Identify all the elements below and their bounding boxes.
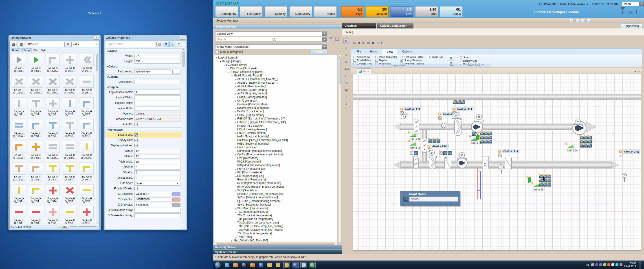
tree-item[interactable]: ▶Ccl [Cooling coil] — [214, 99, 337, 102]
color-value-input[interactable]: #FFFFFFFF — [134, 69, 171, 74]
layout-icon[interactable] — [581, 18, 585, 22]
library-item[interactable]: BA_Air_HQ_1\ST... — [10, 184, 28, 206]
damper-symbol[interactable] — [422, 138, 427, 153]
library-item[interactable]: BA_Air_HQ_1\ST... — [10, 97, 28, 119]
library-zoom-slider[interactable] — [70, 226, 96, 227]
library-item[interactable]: BA_Air_HQ_1\ST... — [61, 163, 78, 184]
pen-tool-icon[interactable]: ✎ — [344, 38, 349, 44]
value-input[interactable]: 0 — [134, 170, 180, 175]
tree-hscrollbar[interactable] — [214, 242, 338, 245]
library-item[interactable]: BA_Air_HQ_1\ST... — [28, 97, 44, 119]
tree-item[interactable]: ResetAlm [Reset alarm] — [214, 178, 337, 181]
value-input[interactable] — [134, 208, 180, 213]
tree-item[interactable]: HDmd [Heating demand] — [214, 128, 337, 131]
tree-item[interactable]: OpModMan [Manual operating mode] — [214, 149, 337, 153]
tree-item[interactable]: ▶SttUpMod [Startup mode] — [214, 207, 337, 210]
doc-template-icon[interactable]: ▥ — [362, 41, 365, 44]
library-item[interactable]: BA_Air_HQ_1\ST... — [78, 184, 95, 206]
ribbon-checkbox-value-simulator[interactable]: Value Simulator — [375, 56, 397, 58]
value-input[interactable]: 12 — [134, 154, 180, 159]
layout-icon[interactable] — [570, 18, 574, 22]
taskbar-desigo-app-icon[interactable] — [309, 262, 316, 268]
library-item[interactable]: BA_Air_HQ_1\ST... — [28, 184, 44, 206]
tree-item[interactable]: ▶DmpMx [Mixing air damper] — [214, 106, 337, 110]
library-item[interactable]: BA_Air_HQ_1\ST... — [61, 54, 78, 75]
alarm-button-emergency[interactable]: Emergency — [215, 6, 238, 17]
graphic-properties-titlebar[interactable]: Graphic Properties ✕ — [104, 35, 187, 40]
grid-tool-icon[interactable]: ▦ — [344, 87, 349, 93]
temperature-sensor[interactable]: T — [498, 164, 504, 170]
pin-icon[interactable] — [638, 19, 638, 23]
tree-item[interactable]: SpHu [Setpoint for humidity] — [214, 203, 337, 207]
tree-item[interactable]: ▼Desigo [Desigo] — [214, 59, 337, 63]
library-item[interactable]: BA_Air_HQ_1\ST... — [78, 75, 95, 97]
taskbar-journal-icon[interactable] — [300, 262, 307, 268]
tab-engineering[interactable]: Engineering — [621, 23, 643, 28]
alarm-button-life-safety[interactable]: Life Safety — [240, 6, 263, 17]
color-swatch[interactable] — [172, 192, 180, 196]
name-toggle-button[interactable]: N — [163, 42, 169, 47]
tree-expander-icon[interactable]: ▶ — [230, 239, 234, 242]
select-rect-icon[interactable]: ▭ — [344, 80, 349, 86]
properties-filter-input[interactable]: Type to Filter — [106, 42, 156, 47]
tree-item[interactable]: ▼Ahu01 [Ahu 01, Floor 1] — [214, 74, 337, 77]
tree-item[interactable]: ▶FanEx [Extract air fan] — [214, 110, 337, 113]
taskbar-chrome-icon[interactable] — [266, 262, 273, 268]
library-item[interactable]: BA_Air_HQ_1\STA... — [44, 54, 61, 75]
command-icon[interactable]: icon — [588, 144, 592, 148]
library-scrollbar[interactable]: ▲ — [96, 53, 99, 224]
checkbox[interactable]: ✓ — [134, 144, 138, 147]
library-item[interactable]: BA_Air_HQ_1\ST... — [10, 206, 28, 224]
tree-item[interactable]: ▼B01 [Main Tower] — [214, 63, 337, 67]
value-input[interactable] — [134, 106, 180, 111]
taskbar-explorer-icon[interactable] — [275, 262, 282, 268]
view-mode-button[interactable] — [19, 42, 24, 47]
alarm-button-trouble[interactable]: Trouble — [314, 6, 337, 17]
checkbox[interactable] — [375, 59, 378, 62]
library-item[interactable]: BA_Air_HQ_1\ST... — [28, 141, 44, 163]
tree-item[interactable]: ▶FilSuDP [Sply_air filter & flow mon_, D… — [214, 120, 337, 124]
color-value-input[interactable]: #40FF0000 — [134, 197, 171, 202]
grid-view-icon[interactable]: ▦ — [449, 56, 454, 60]
grid-style-select[interactable]: Lines▼ — [134, 181, 180, 186]
tree-item[interactable]: SpDhu [Setpoint dehumidification] — [214, 196, 337, 199]
library-item[interactable]: BA_Air_HQ_1\STA... — [10, 119, 28, 141]
view-select[interactable]: Logical View▼ — [215, 31, 327, 36]
ribbon-checkbox-display-grid[interactable]: ✓Display Grid — [460, 59, 489, 62]
damper-symbol[interactable] — [414, 119, 419, 134]
invalid-reference-unit-label[interactable]: ####.# Unit✎ — [452, 107, 474, 111]
color-swatch[interactable] — [172, 198, 180, 202]
alarm-button-security[interactable]: Security — [265, 6, 287, 17]
temperature-sensor[interactable]: T — [622, 173, 627, 178]
tray-icon-6[interactable] — [616, 264, 618, 266]
tray-icon-1[interactable] — [595, 264, 598, 266]
tree-item[interactable]: ▶PreHcl [Preheating coil] — [214, 167, 337, 171]
save-icon[interactable]: ▣ — [372, 41, 374, 44]
pressure-sensor[interactable]: ΔP — [572, 119, 583, 126]
checkbox[interactable]: ✓ — [134, 123, 138, 126]
library-item[interactable]: BA_Air_HQ_1\STA... — [44, 75, 61, 97]
select-cursor-icon[interactable]: ↖ — [376, 41, 379, 44]
ribbon-checkbox-snap[interactable]: ✓Snap — [460, 56, 489, 59]
tab-object-configurator[interactable]: Object Configurator — [377, 23, 413, 28]
tree-item[interactable]: ▶Trnd [Trend] — [214, 235, 337, 239]
value-input[interactable]: 550 — [134, 59, 180, 64]
invalid-reference-unit-label[interactable]: ####.# Unit✎ — [400, 107, 421, 111]
edit-group[interactable]: ✎» — [410, 151, 418, 155]
ribbon-checkbox-library-browser[interactable]: ✓Library Browser — [400, 59, 424, 62]
tree-item[interactable]: ResetItf [Interface to the alarm reset] — [214, 181, 337, 185]
filter-icon[interactable] — [620, 10, 625, 14]
tree-item[interactable]: ▼Logical [Logical] — [214, 56, 337, 59]
help-button[interactable]: ? — [176, 42, 182, 47]
tree-item[interactable]: PrOpMod [Present operating mode] — [214, 163, 337, 167]
checkbox[interactable]: ✓ — [134, 139, 138, 142]
manual-navigation-checkbox[interactable] — [216, 50, 219, 54]
property-section-layout[interactable]: Layout — [105, 48, 182, 53]
percent-indicator[interactable]: ###.# % — [410, 133, 420, 141]
tree-item[interactable]: TOa [Outside air temperature] — [214, 217, 337, 221]
tree-item[interactable]: TOaHysC [Outside temp_hys_cooling] — [214, 224, 337, 228]
percent-indicator[interactable]: ###.# % — [533, 183, 544, 191]
tree-item[interactable]: ▶AflCtlEx [Extract air vol_flow ctrl_] — [214, 77, 337, 81]
taskbar-media-player-icon[interactable] — [232, 262, 239, 268]
color-value-input[interactable]: #40000000 — [134, 203, 171, 207]
